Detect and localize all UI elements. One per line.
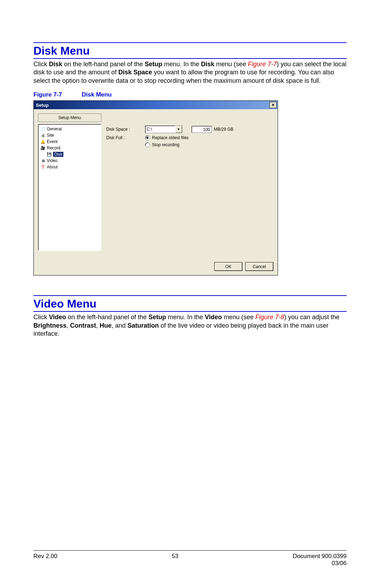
disk-space-dropdown[interactable]: C:\ ▼ [145, 125, 182, 133]
tree-item-label: Video [47, 158, 57, 163]
tree-item-label: General [47, 126, 62, 131]
video-menu-paragraph: Click Video on the left-hand panel of th… [33, 313, 347, 338]
figure-number: Figure 7-7 [33, 91, 62, 98]
bell-icon: 🔔 [40, 139, 45, 144]
disk-space-value: C:\ [145, 127, 175, 132]
footer-rev: Rev 2.00 [33, 553, 57, 567]
radio-replace-oldest[interactable] [145, 135, 150, 140]
disk-space-label: Disk Space : [106, 127, 143, 132]
footer-document: Document 900.0399 [293, 553, 347, 560]
text-bold: Contrast [70, 322, 96, 329]
tree-item-record[interactable]: 🎥 Record [40, 145, 100, 151]
text: menu. In the [166, 314, 205, 321]
figure-title: Disk Menu [82, 91, 112, 98]
disk-icon: 💾 [47, 152, 52, 157]
tree-item-site[interactable]: 🖨 Site [40, 132, 100, 138]
footer-page-number: 53 [172, 553, 178, 567]
printer-icon: 🖨 [40, 133, 45, 138]
text-bold: Video [205, 314, 222, 321]
figure-reference: Figure 7-8 [255, 314, 284, 321]
text: , and [112, 322, 127, 329]
text: menu. In the [162, 61, 201, 68]
camera-icon: 🎥 [40, 146, 45, 150]
text-bold: Disk [49, 61, 62, 68]
page-footer: Rev 2.00 53 Document 900.0399 03/06 [33, 550, 347, 567]
setup-menu-button[interactable]: Setup Menu [38, 113, 101, 122]
radio-label: Stop recording [152, 142, 179, 147]
tree-item-label: Record [47, 146, 61, 150]
text-bold: Setup [148, 314, 166, 321]
monitor-icon: 🖥 [40, 158, 45, 163]
titlebar-text: Setup [36, 103, 49, 108]
text: menu (see [214, 61, 248, 68]
disk-space-number-input[interactable]: 100 [191, 126, 212, 133]
tree-item-event[interactable]: 🔔 Event [40, 138, 100, 145]
tree-item-disk[interactable]: 💾 Disk [40, 151, 100, 157]
cancel-button[interactable]: Cancel [245, 262, 273, 271]
text-bold: Video [49, 314, 66, 321]
tree-item-video[interactable]: 🖥 Video [40, 157, 100, 164]
text: Click [33, 61, 49, 68]
document-icon: 📄 [40, 126, 45, 131]
text-bold: Disk Space [118, 69, 152, 76]
disk-full-label: Disk Full : [106, 135, 143, 140]
text: , [96, 322, 100, 329]
tree-item-label: About [47, 165, 58, 169]
titlebar: Setup ✕ [34, 101, 278, 109]
question-icon: ❓ [40, 165, 45, 169]
text-bold: Hue [100, 322, 112, 329]
section-title-disk-menu: Disk Menu [33, 42, 347, 59]
figure-caption: Figure 7-7Disk Menu [33, 91, 347, 98]
footer-date: 03/06 [293, 560, 347, 567]
tree-item-general[interactable]: 📄 General [40, 126, 100, 132]
text: Click [33, 314, 49, 321]
tree-item-label: Site [47, 133, 54, 138]
tree-item-label: Event [47, 139, 58, 144]
text: ) you can adjust the [284, 314, 340, 321]
radio-stop-recording[interactable] [145, 142, 150, 147]
text: on the left-hand panel of the [62, 61, 145, 68]
chevron-down-icon[interactable]: ▼ [175, 126, 182, 133]
radio-label: Replace oldest files [152, 135, 189, 140]
text: , [66, 322, 70, 329]
ok-button[interactable]: OK [214, 262, 242, 271]
text-bold: Saturation [127, 322, 159, 329]
text: menu (see [222, 314, 255, 321]
tree-item-about[interactable]: ❓ About [40, 164, 100, 170]
disk-space-unit: MB/29 GB [214, 127, 233, 132]
text-bold: Disk [201, 61, 214, 68]
tree-item-label: Disk [53, 152, 63, 157]
text-bold: Setup [145, 61, 162, 68]
tree-navigation: 📄 General 🖨 Site 🔔 Event 🎥 Record [38, 124, 101, 251]
close-button[interactable]: ✕ [270, 102, 277, 108]
figure-reference: Figure 7-7 [248, 61, 277, 68]
section-title-video-menu: Video Menu [33, 295, 347, 312]
text-bold: Brightness [33, 322, 66, 329]
disk-menu-paragraph: Click Disk on the left-hand panel of the… [33, 60, 347, 85]
setup-dialog: Setup ✕ Setup Menu 📄 General 🖨 Site 🔔 [33, 100, 278, 276]
text: on the left-hand panel of the [66, 314, 148, 321]
